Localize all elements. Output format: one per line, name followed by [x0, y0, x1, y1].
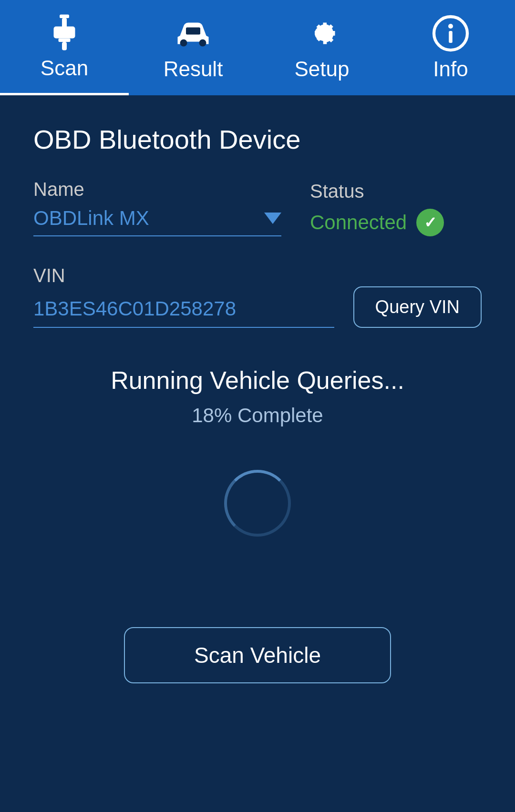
- nav-item-info[interactable]: Info: [386, 0, 515, 95]
- nav-label-result: Result: [164, 57, 223, 81]
- loading-spinner: [224, 470, 291, 537]
- progress-section: Running Vehicle Queries... 18% Complete: [33, 366, 482, 589]
- car-icon: [174, 14, 212, 52]
- scan-vehicle-button[interactable]: Scan Vehicle: [124, 627, 391, 683]
- device-select[interactable]: OBDLink MX: [33, 207, 281, 236]
- vin-row: 1B3ES46C01D258278 Query VIN: [33, 286, 482, 328]
- nav-label-info: Info: [433, 57, 468, 81]
- device-row: Name OBDLink MX Status Connected ✓: [33, 179, 482, 236]
- chevron-down-icon: [264, 213, 281, 224]
- running-text: Running Vehicle Queries...: [111, 366, 404, 395]
- svg-rect-4: [62, 42, 67, 51]
- vin-label: VIN: [33, 265, 65, 286]
- query-vin-button[interactable]: Query VIN: [353, 286, 482, 328]
- gear-icon: [303, 14, 341, 52]
- nav-item-scan[interactable]: Scan: [0, 0, 129, 95]
- vin-value: 1B3ES46C01D258278: [33, 297, 236, 320]
- svg-rect-0: [60, 14, 69, 18]
- top-navigation: Scan Result Setup Info: [0, 0, 515, 95]
- name-field-group: Name OBDLink MX: [33, 179, 281, 236]
- status-check-circle: ✓: [416, 209, 444, 236]
- nav-item-setup[interactable]: Setup: [258, 0, 386, 95]
- svg-rect-9: [449, 31, 453, 43]
- nav-label-scan: Scan: [41, 56, 88, 80]
- vin-input-wrapper: 1B3ES46C01D258278: [33, 297, 334, 328]
- svg-rect-7: [186, 28, 200, 35]
- svg-rect-2: [54, 26, 75, 38]
- status-field-group: Status Connected ✓: [310, 181, 444, 236]
- percent-complete-text: 18% Complete: [192, 404, 323, 427]
- checkmark-icon: ✓: [424, 215, 437, 230]
- svg-rect-3: [59, 38, 71, 42]
- vin-section: VIN 1B3ES46C01D258278 Query VIN: [33, 265, 482, 328]
- svg-point-6: [199, 40, 206, 47]
- main-content: OBD Bluetooth Device Name OBDLink MX Sta…: [0, 95, 515, 812]
- status-text: Connected: [310, 211, 407, 234]
- nav-label-setup: Setup: [295, 57, 350, 81]
- status-label: Status: [310, 181, 444, 202]
- section-title: OBD Bluetooth Device: [33, 124, 482, 155]
- status-row: Connected ✓: [310, 209, 444, 236]
- svg-point-5: [180, 40, 187, 47]
- usb-icon: [45, 13, 83, 51]
- nav-item-result[interactable]: Result: [129, 0, 258, 95]
- device-name-value: OBDLink MX: [33, 207, 257, 230]
- spinner-wrapper: [219, 465, 296, 541]
- name-label: Name: [33, 179, 281, 200]
- svg-point-10: [448, 24, 453, 29]
- info-icon: [432, 14, 470, 52]
